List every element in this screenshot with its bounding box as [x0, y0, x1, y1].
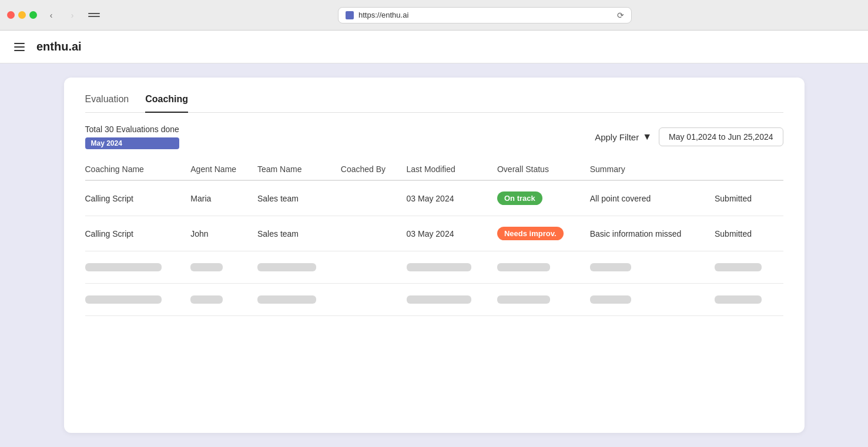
table-row: Calling Script John Sales team 03 May 20… — [85, 216, 783, 251]
skeleton-block — [190, 263, 223, 271]
filter-left: Total 30 Evaluations done May 2024 — [85, 125, 179, 149]
status-badge-needs-improv: Needs improv. — [497, 227, 564, 240]
skeleton-block — [497, 295, 550, 304]
skeleton-block — [715, 295, 762, 304]
skeleton-block — [590, 263, 631, 271]
close-button[interactable] — [7, 11, 15, 19]
address-bar[interactable]: https://enthu.ai ⟳ — [338, 7, 632, 23]
filter-icon: ▼ — [642, 132, 652, 142]
team-name-cell: Sales team — [257, 180, 341, 216]
agent-name-cell: John — [190, 216, 257, 251]
skeleton-block — [715, 263, 762, 271]
skeleton-block — [407, 263, 471, 271]
skeleton-block — [590, 295, 631, 304]
skeleton-row — [85, 251, 783, 284]
team-name-cell: Sales team — [257, 216, 341, 251]
tabs-container: Evaluation Coaching — [85, 94, 783, 113]
tab-coaching[interactable]: Coaching — [145, 94, 188, 113]
maximize-button[interactable] — [29, 11, 37, 19]
overall-status-cell: Needs improv. — [497, 216, 590, 251]
coaching-name-cell: Calling Script — [85, 216, 191, 251]
total-evaluations-text: Total 30 Evaluations done — [85, 125, 179, 134]
overall-status-cell: On track — [497, 180, 590, 216]
url-text: https://enthu.ai — [358, 11, 408, 19]
coached-by-cell — [341, 180, 407, 216]
table-header-row: Coaching Name Agent Name Team Name Coach… — [85, 159, 783, 180]
skeleton-block — [85, 295, 162, 304]
app-logo: enthu.ai — [36, 40, 82, 53]
apply-filter-label: Apply Filter — [595, 132, 639, 142]
back-button[interactable]: ‹ — [44, 8, 58, 22]
coached-by-cell — [341, 216, 407, 251]
last-modified-cell: 03 May 2024 — [407, 180, 497, 216]
app-header: enthu.ai — [0, 31, 868, 63]
minimize-button[interactable] — [18, 11, 26, 19]
refresh-button[interactable]: ⟳ — [617, 11, 624, 20]
coaching-name-cell: Calling Script — [85, 180, 191, 216]
month-badge: May 2024 — [85, 137, 179, 149]
col-header-coached-by: Coached By — [341, 159, 407, 180]
action-cell: Submitted — [715, 216, 783, 251]
skeleton-block — [85, 263, 162, 271]
browser-chrome: ‹ › https://enthu.ai ⟳ — [0, 0, 868, 31]
traffic-lights — [7, 11, 37, 19]
skeleton-block — [257, 263, 316, 271]
skeleton-block — [190, 295, 223, 304]
table-row: Calling Script Maria Sales team 03 May 2… — [85, 180, 783, 216]
date-range-picker[interactable]: May 01,2024 to Jun 25,2024 — [659, 127, 783, 146]
col-header-agent-name: Agent Name — [190, 159, 257, 180]
skeleton-block — [497, 263, 550, 271]
col-header-action — [715, 159, 783, 180]
skeleton-block — [257, 295, 316, 304]
skeleton-block — [407, 295, 471, 304]
skeleton-row — [85, 284, 783, 316]
col-header-team-name: Team Name — [257, 159, 341, 180]
sidebar-toggle-button[interactable] — [86, 8, 102, 23]
hamburger-menu-button[interactable] — [12, 41, 27, 53]
col-header-overall-status: Overall Status — [497, 159, 590, 180]
tab-evaluation[interactable]: Evaluation — [85, 94, 129, 113]
agent-name-cell: Maria — [190, 180, 257, 216]
status-badge-on-track: On track — [497, 191, 542, 205]
apply-filter-button[interactable]: Apply Filter ▼ — [595, 132, 652, 142]
main-area: Evaluation Coaching Total 30 Evaluations… — [0, 63, 868, 447]
col-header-summary: Summary — [590, 159, 715, 180]
content-card: Evaluation Coaching Total 30 Evaluations… — [64, 78, 805, 433]
col-header-coaching-name: Coaching Name — [85, 159, 191, 180]
summary-cell: Basic information missed — [590, 216, 715, 251]
summary-cell: All point covered — [590, 180, 715, 216]
action-cell: Submitted — [715, 180, 783, 216]
filter-right: Apply Filter ▼ May 01,2024 to Jun 25,202… — [595, 127, 783, 146]
coaching-table: Coaching Name Agent Name Team Name Coach… — [85, 159, 783, 316]
favicon-icon — [346, 11, 354, 19]
last-modified-cell: 03 May 2024 — [407, 216, 497, 251]
col-header-last-modified: Last Modified — [407, 159, 497, 180]
forward-button[interactable]: › — [65, 8, 79, 22]
filter-row: Total 30 Evaluations done May 2024 Apply… — [85, 125, 783, 149]
